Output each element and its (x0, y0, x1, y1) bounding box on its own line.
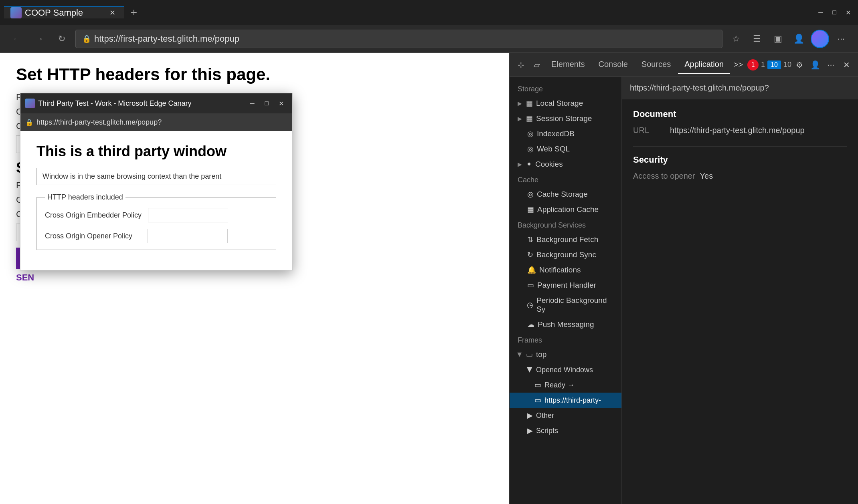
arrow-right-icon: ▶ (527, 426, 533, 435)
account-button[interactable]: 👤 (790, 30, 807, 48)
sidebar-item-third-party[interactable]: ▭ https://third-party- (510, 393, 621, 408)
cookies-icon: ✦ (526, 160, 532, 169)
sidebar-item-other[interactable]: ▶ Other (510, 408, 621, 423)
devtools-tab-elements[interactable]: Elements (545, 56, 591, 74)
devtools-content: Document URL https://third-party-test.gl… (622, 99, 858, 202)
maximize-button[interactable]: □ (828, 6, 840, 18)
devtools-tab-console[interactable]: Console (592, 56, 634, 74)
popup-fieldset: HTTP headers included Cross Origin Embed… (36, 193, 276, 250)
sidebar-item-scripts[interactable]: ▶ Scripts (510, 423, 621, 438)
devtools-settings-button[interactable]: ⚙ (792, 56, 807, 74)
sidebar-item-cache-storage[interactable]: ◎ Cache Storage (510, 187, 621, 202)
session-storage-icon: ▦ (526, 114, 533, 123)
devtools-url-bar: https://third-party-test.glitch.me/popup… (622, 77, 858, 99)
indexeddb-label: IndexedDB (537, 129, 575, 138)
lock-icon: 🔒 (82, 34, 91, 43)
popup-title-text: Third Party Test - Work - Microsoft Edge… (38, 99, 243, 108)
devtools-security-section: Security Access to opener Yes (633, 155, 847, 181)
devtools-body: Storage ▶ ▦ Local Storage ▶ ▦ Session St… (510, 77, 858, 504)
sidebar-item-push-messaging[interactable]: ☁ Push Messaging (510, 317, 621, 332)
main-content: Set HTTP headers for this page. Repor Cr… (0, 53, 858, 504)
popup-field-label-2: Cross Origin Opener Policy (45, 232, 141, 240)
third-party-label: https://third-party- (544, 396, 601, 405)
sidebar-item-bg-fetch[interactable]: ⇅ Background Fetch (510, 232, 621, 247)
active-tab[interactable]: COOP Sample ✕ (4, 6, 124, 18)
popup-field-input-2[interactable] (148, 229, 228, 243)
devtools-more-tabs-button[interactable]: >> (731, 56, 746, 74)
other-label: Other (536, 411, 554, 420)
wallet-button[interactable]: ▣ (769, 30, 787, 48)
devtools-inspect-button[interactable]: ⊹ (514, 56, 528, 74)
sidebar-item-indexeddb[interactable]: ◎ IndexedDB (510, 126, 621, 141)
frame-icon: ▭ (534, 396, 541, 405)
devtools-error-badge: 1 (747, 59, 759, 71)
devtools-tab-sources[interactable]: Sources (635, 56, 677, 74)
popup-field-input-1[interactable] (148, 208, 228, 222)
tab-close-button[interactable]: ✕ (107, 7, 118, 18)
reload-button[interactable]: ↻ (53, 30, 71, 48)
minimize-button[interactable]: ─ (815, 6, 827, 18)
devtools-close-button[interactable]: ✕ (839, 56, 854, 74)
arrow-right-icon: ▶ (527, 411, 533, 420)
nav-bar: ← → ↻ 🔒 https://first-party-test.glitch.… (0, 25, 858, 53)
tab-favicon (10, 7, 22, 18)
sidebar-item-ready[interactable]: ▭ Ready → (510, 377, 621, 393)
sidebar-item-app-cache[interactable]: ▦ Application Cache (510, 202, 621, 217)
devtools-panel: ⊹ ▱ Elements Console Sources Application… (509, 53, 858, 504)
push-label: Push Messaging (538, 320, 594, 329)
devtools-document-title: Document (633, 109, 847, 119)
collections-button[interactable]: ☰ (748, 30, 766, 48)
top-label: top (536, 350, 546, 359)
frame-icon: ▭ (534, 381, 541, 389)
cookies-label: Cookies (535, 160, 563, 169)
sidebar-item-payment-handler[interactable]: ▭ Payment Handler (510, 278, 621, 293)
more-button[interactable]: ··· (832, 30, 850, 48)
forward-button[interactable]: → (30, 30, 48, 48)
arrow-down-icon: ▶ (517, 353, 523, 357)
popup-window: Third Party Test - Work - Microsoft Edge… (20, 93, 293, 270)
popup-field-2: Cross Origin Opener Policy (45, 229, 268, 243)
back-button[interactable]: ← (8, 30, 26, 48)
sidebar-item-websql[interactable]: ◎ Web SQL (510, 141, 621, 157)
cache-storage-label: Cache Storage (537, 190, 588, 199)
websql-label: Web SQL (537, 145, 570, 153)
popup-maximize-button[interactable]: □ (260, 97, 273, 110)
address-bar[interactable]: 🔒 https://first-party-test.glitch.me/pop… (75, 30, 722, 48)
sidebar-item-local-storage[interactable]: ▶ ▦ Local Storage (510, 96, 621, 111)
app-cache-icon: ▦ (527, 205, 534, 214)
popup-minimize-button[interactable]: ─ (246, 97, 259, 110)
popup-address-bar[interactable]: 🔒 https://third-party-test.glitch.me/pop… (20, 113, 292, 131)
sidebar-item-periodic-bg[interactable]: ◷ Periodic Background Sy (510, 293, 621, 317)
devtools-account-button[interactable]: 👤 (808, 56, 823, 74)
popup-info-box: Window is in the same browsing context t… (36, 168, 276, 185)
scripts-label: Scripts (536, 427, 558, 435)
popup-heading: This is a third party window (36, 143, 276, 160)
devtools-tab-application[interactable]: Application (678, 56, 730, 74)
sidebar-item-opened-windows[interactable]: ▶ Opened Windows (510, 362, 621, 377)
sidebar-item-cookies[interactable]: ▶ ✦ Cookies (510, 157, 621, 172)
sidebar-item-bg-sync[interactable]: ↻ Background Sync (510, 247, 621, 262)
close-button[interactable]: ✕ (842, 6, 854, 18)
popup-lock-icon: 🔒 (25, 119, 33, 126)
tab-bar: COOP Sample ✕ + ─ □ ✕ (0, 0, 858, 25)
devtools-access-row: Access to opener Yes (633, 171, 847, 181)
local-storage-label: Local Storage (536, 99, 583, 108)
devtools-toolbar: ⊹ ▱ Elements Console Sources Application… (510, 53, 858, 77)
sidebar-item-notifications[interactable]: 🔔 Notifications (510, 262, 621, 278)
popup-address-text: https://third-party-test.glitch.me/popup… (36, 118, 162, 127)
popup-controls: ─ □ ✕ (246, 97, 287, 110)
popup-close-button[interactable]: ✕ (275, 97, 287, 110)
popup-field-1: Cross Origin Embedder Policy (45, 208, 268, 222)
local-storage-icon: ▦ (526, 99, 533, 108)
send-button[interactable]: SEN (16, 269, 34, 286)
periodic-bg-label: Periodic Background Sy (536, 296, 613, 314)
sidebar-item-session-storage[interactable]: ▶ ▦ Session Storage (510, 111, 621, 126)
cache-label: Cache (510, 172, 621, 187)
new-tab-button[interactable]: + (124, 3, 144, 22)
devtools-overflow-button[interactable]: ··· (824, 56, 838, 74)
devtools-security-title: Security (633, 155, 847, 165)
favorites-button[interactable]: ☆ (727, 30, 745, 48)
sidebar-item-top[interactable]: ▶ ▭ top (510, 347, 621, 362)
devtools-device-button[interactable]: ▱ (529, 56, 544, 74)
profile-avatar[interactable] (811, 30, 829, 48)
